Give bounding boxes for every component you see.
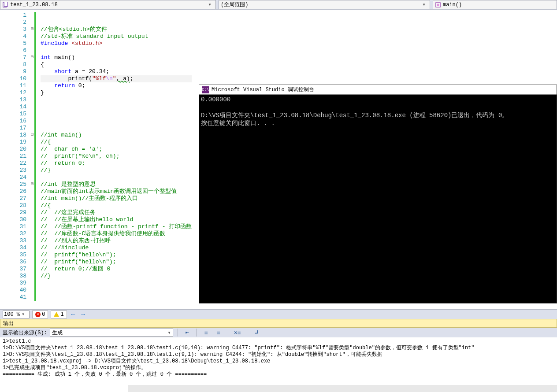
function-icon	[435, 2, 441, 8]
breadcrumb-function[interactable]: main()	[433, 0, 557, 9]
toggle-wrap-icon[interactable]: ↲	[252, 328, 261, 337]
breadcrumb-file-label: test_1_23.08.18	[10, 2, 58, 8]
nav-back-button[interactable]: ←	[70, 311, 77, 318]
debug-console-window[interactable]: C:\ Microsoft Visual Studio 调试控制台 0.0000…	[199, 85, 557, 303]
breadcrumb-file[interactable]: test_1_23.08.18 ▾	[0, 0, 216, 9]
horizontal-scrollbar[interactable]	[128, 385, 557, 392]
error-icon: ✕	[35, 312, 41, 317]
output-source-selector[interactable]: 生成▾	[50, 329, 173, 337]
change-bar	[34, 12, 36, 301]
nav-forward-button[interactable]: →	[79, 311, 86, 318]
fold-toggle[interactable]: ⊟	[30, 54, 34, 59]
output-panel-body[interactable]: 1>test1.c 1>D:\VS项目文件夹\test_1_23.08.18\t…	[0, 337, 557, 392]
zoom-selector[interactable]: 100 % ▾	[3, 311, 30, 318]
svg-point-3	[437, 4, 439, 6]
breadcrumb-scope-label: (全局范围)	[221, 1, 248, 8]
file-icon	[2, 2, 8, 8]
debug-console-titlebar[interactable]: C:\ Microsoft Visual Studio 调试控制台	[199, 85, 557, 95]
output-toolbar: 显示输出来源(S): 生成▾ ⇤ ≣ ≣ ✕≣ ↲	[0, 328, 557, 337]
chevron-down-icon[interactable]: ▾	[206, 1, 214, 8]
fold-toggle[interactable]: ⊟	[30, 132, 34, 137]
indent-left-icon[interactable]: ≣	[201, 328, 211, 337]
code-content[interactable]: //包含<stdio.h>的文件//std-标准 standard input …	[41, 12, 192, 301]
output-source-label: 显示输出来源(S):	[3, 329, 47, 337]
fold-toggle[interactable]: ⊟	[30, 181, 34, 186]
warning-count[interactable]: 1	[51, 311, 67, 318]
output-panel-header[interactable]: 输出	[0, 319, 557, 328]
indent-right-icon[interactable]: ≣	[214, 328, 223, 337]
debug-console-title: Microsoft Visual Studio 调试控制台	[212, 86, 314, 93]
breadcrumb-function-label: main()	[443, 2, 462, 8]
fold-toggle[interactable]: ⊟	[30, 26, 34, 31]
breadcrumb-bar: test_1_23.08.18 ▾ (全局范围) ▾ main()	[0, 0, 557, 10]
editor-status-bar: 100 % ▾ ✕0 1 ← →	[0, 309, 557, 319]
chevron-down-icon[interactable]: ▾	[420, 1, 428, 8]
breadcrumb-scope[interactable]: (全局范围) ▾	[219, 0, 430, 9]
line-number-gutter: 1234567891011121314151617181920212223242…	[0, 10, 30, 301]
svg-rect-1	[4, 2, 7, 7]
vs-icon: C:\	[202, 86, 209, 93]
debug-console-body[interactable]: 0.000000 D:\VS项目文件夹\test_1_23.08.18\Debu…	[199, 95, 557, 128]
error-count[interactable]: ✕0	[32, 311, 48, 318]
warning-icon	[54, 312, 59, 317]
go-to-prev-icon[interactable]: ⇤	[182, 328, 192, 337]
clear-icon[interactable]: ✕≣	[233, 328, 242, 337]
